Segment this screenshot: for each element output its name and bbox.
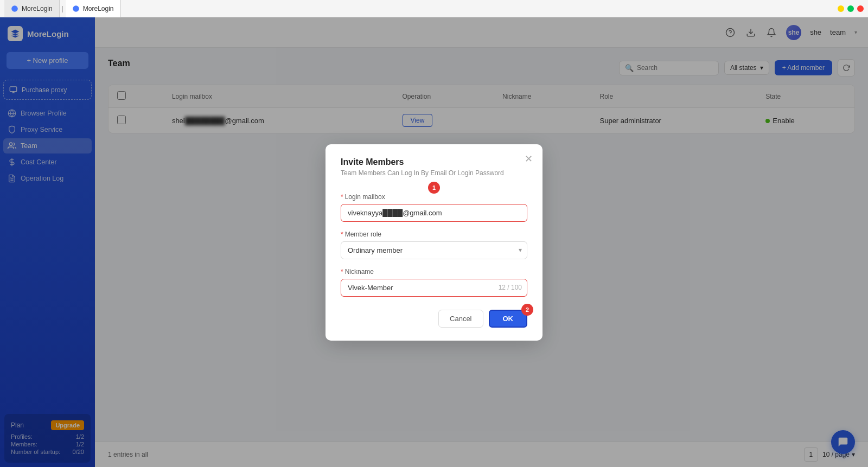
titlebar-tab-2[interactable]: MoreLogin <box>66 0 121 17</box>
step-1-badge: 1 <box>428 182 440 194</box>
modal-actions: Cancel 2 OK <box>341 310 527 328</box>
member-role-label: * Member role <box>341 231 527 238</box>
member-role-select[interactable]: Ordinary member Super administrator <box>341 241 527 259</box>
member-role-field: * Member role Ordinary member Super admi… <box>341 231 527 259</box>
titlebar: MoreLogin | MoreLogin <box>0 0 868 17</box>
modal-step-1-wrap: 1 * Login mailbox * Member role Ordinary… <box>341 188 527 297</box>
nickname-label: * Nickname <box>341 268 527 276</box>
nickname-input-wrap: 12 / 100 <box>341 279 527 297</box>
maximize-btn[interactable] <box>847 5 854 12</box>
svg-point-0 <box>11 5 18 12</box>
titlebar-tabs: MoreLogin | MoreLogin <box>4 0 838 17</box>
svg-point-1 <box>73 5 79 12</box>
close-btn[interactable] <box>857 5 864 12</box>
cancel-button[interactable]: Cancel <box>438 310 483 328</box>
modal-subtitle: Team Members Can Log In By Email Or Logi… <box>341 169 527 177</box>
tab-sep: | <box>60 0 66 17</box>
nickname-char-count: 12 / 100 <box>499 284 522 291</box>
tab1-label: MoreLogin <box>22 5 53 12</box>
minimize-btn[interactable] <box>838 5 844 12</box>
modal-overlay: ✕ Invite Members Team Members Can Log In… <box>0 17 868 467</box>
titlebar-controls <box>838 5 864 12</box>
modal-title: Invite Members <box>341 157 527 167</box>
invite-members-modal: ✕ Invite Members Team Members Can Log In… <box>326 144 542 341</box>
login-mailbox-label: * Login mailbox <box>341 193 527 201</box>
modal-close-button[interactable]: ✕ <box>525 154 533 164</box>
tab2-label: MoreLogin <box>83 5 114 12</box>
member-role-select-wrap: Ordinary member Super administrator ▾ <box>341 241 527 259</box>
nickname-field: * Nickname 12 / 100 <box>341 268 527 297</box>
step-2-badge: 2 <box>521 304 533 316</box>
ok-btn-wrap: 2 OK <box>489 310 528 328</box>
login-mailbox-input[interactable] <box>341 204 527 222</box>
titlebar-tab-1[interactable]: MoreLogin <box>4 0 60 17</box>
